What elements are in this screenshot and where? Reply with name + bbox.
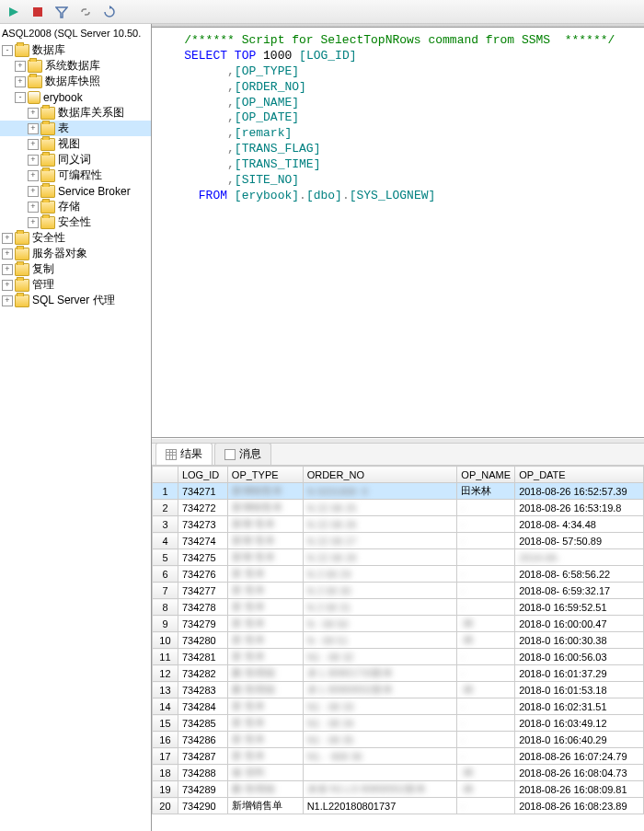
expand-icon[interactable]: +	[28, 108, 39, 119]
tree-item-label: 安全性	[32, 230, 65, 246]
column-header[interactable]: OP_DATE	[515, 467, 644, 483]
column-header[interactable]: OP_TYPE	[227, 467, 303, 483]
expand-icon[interactable]: +	[28, 186, 39, 197]
table-row[interactable]: 5734275新增 售单N 22 08 28·2018-08-	[153, 549, 644, 566]
table-row[interactable]: 12734282删 售明细未 L 80801733新单·2018-0 16:01…	[153, 665, 644, 682]
column-header[interactable]: LOG_ID	[178, 467, 227, 483]
link-icon[interactable]	[75, 2, 96, 22]
expand-icon[interactable]: +	[2, 264, 13, 275]
execute-icon[interactable]	[4, 2, 24, 22]
expand-icon[interactable]: +	[2, 233, 13, 244]
filter-icon[interactable]	[52, 2, 72, 22]
cell: ·	[457, 549, 515, 566]
expand-icon[interactable]: +	[28, 217, 39, 228]
tree-item-12[interactable]: +安全性	[0, 230, 151, 246]
table-row[interactable]: 1734271新增销售单N 9201808 ·9田米林2018-08-26 16…	[153, 483, 644, 500]
tree-item-16[interactable]: +SQL Server 代理	[0, 293, 151, 308]
table-row[interactable]: 11734281新 售单N1 · 08 32·2018-0 16:00:56.0…	[153, 649, 644, 665]
table-row[interactable]: 16734286新 售单N1 · 08 35·2018-0 16:06:40.2…	[153, 732, 644, 748]
column-header[interactable]: ORDER_NO	[303, 467, 457, 483]
cell: 734272	[178, 500, 227, 516]
stop-icon[interactable]	[28, 2, 48, 22]
tree-item-6[interactable]: +视图	[0, 136, 151, 152]
table-row[interactable]: 10734280新 售单N · 08 51·林2018-0 16:00:30.3…	[153, 632, 644, 649]
table-row[interactable]: 13734283删 售明细未 L 80800552新单·林2018-0 16:0…	[153, 682, 644, 698]
refresh-icon[interactable]	[99, 2, 120, 22]
folder-icon	[40, 122, 55, 135]
cell: 新 售单	[227, 616, 303, 632]
expand-icon[interactable]: +	[15, 61, 26, 72]
cell: 2018-0 16:59:52.51	[515, 599, 644, 616]
cell: 新 售单	[227, 715, 303, 732]
cell: 2018-08- 57:50.89	[515, 533, 644, 549]
table-row[interactable]: 18734288修 资料·林2018-08-26 16:08:04.73	[153, 765, 644, 781]
table-row[interactable]: 20734290新增销售单N1.L220180801737·2018-08-26…	[153, 798, 644, 814]
expand-icon[interactable]: +	[28, 202, 39, 213]
tree-item-7[interactable]: +同义词	[0, 152, 151, 167]
tree-item-1[interactable]: +系统数据库	[0, 58, 151, 74]
tree-item-5[interactable]: +表	[0, 121, 151, 136]
table-row[interactable]: 8734278新 售单N 2 08 31·2018-0 16:59:52.51	[153, 599, 644, 616]
tree-item-8[interactable]: +可编程性	[0, 167, 151, 183]
folder-icon	[15, 263, 29, 276]
sql-editor[interactable]: /****** Script for SelectTopNRows comman…	[152, 28, 644, 438]
table-row[interactable]: 4734274新增 售单N 22 08 27·2018-08- 57:50.89	[153, 533, 644, 549]
expand-icon[interactable]: +	[2, 248, 13, 260]
cell: 新 售单	[227, 583, 303, 599]
expand-icon[interactable]: +	[28, 155, 39, 166]
tab-results[interactable]: 结果	[155, 443, 213, 465]
cell: ·	[457, 698, 515, 715]
cell: 新 售单	[227, 748, 303, 765]
table-row[interactable]: 19734289删 售明细未保 N1.LS 80800552新单·林2018-0…	[153, 781, 644, 798]
cell: 2018-08-26 16:08:04.73	[515, 765, 644, 781]
table-row[interactable]: 9734279新 售单N · 08 50·林2018-0 16:00:00.47	[153, 616, 644, 632]
table-row[interactable]: 15734285新 售单N1 · 08 34·2018-0 16:03:49.1…	[153, 715, 644, 732]
tree-item-13[interactable]: +服务器对象	[0, 246, 151, 261]
tree-item-14[interactable]: +复制	[0, 261, 151, 277]
table-row[interactable]: 3734273新增 售单N 22 08 26·2018-08- 4:34.48	[153, 516, 644, 533]
table-row[interactable]: 6734276新 售单N 2 08 29·2018-08- 6:58:56.22	[153, 566, 644, 583]
cell: ·林	[457, 781, 515, 798]
tab-messages[interactable]: 消息	[214, 443, 271, 465]
cell: ·	[457, 533, 515, 549]
expand-icon[interactable]: +	[28, 123, 39, 134]
cell: 2018-0 16:00:00.47	[515, 616, 644, 632]
tree-item-10[interactable]: +存储	[0, 199, 151, 214]
tree-item-9[interactable]: +Service Broker	[0, 183, 151, 199]
expand-icon[interactable]: +	[2, 295, 13, 306]
tab-messages-label: 消息	[239, 446, 261, 462]
object-explorer: ASQL2008 (SQL Server 10.50. -数据库+系统数据库+数…	[0, 24, 152, 831]
tree-item-15[interactable]: +管理	[0, 277, 151, 293]
expand-icon[interactable]: +	[2, 280, 13, 291]
folder-icon	[15, 232, 29, 245]
expand-icon[interactable]: -	[2, 45, 13, 56]
cell: 734283	[178, 682, 227, 698]
expand-icon[interactable]: -	[15, 92, 26, 103]
table-row[interactable]: 14734284新 售单N1 · 08 33·2018-0 16:02:31.5…	[153, 698, 644, 715]
tree-item-2[interactable]: +数据库快照	[0, 74, 151, 89]
column-header[interactable]: OP_NAME	[457, 467, 515, 483]
column-header[interactable]	[153, 467, 178, 483]
folder-icon	[40, 169, 55, 182]
tree-item-3[interactable]: -erybook	[0, 89, 151, 105]
cell: 删 售明细	[227, 781, 303, 798]
tree-item-4[interactable]: +数据库关系图	[0, 105, 151, 121]
table-row[interactable]: 2734272新增销售单N 22 08 25·2018-08-26 16:53:…	[153, 500, 644, 516]
cell: N 22 08 25	[303, 500, 457, 516]
expand-icon[interactable]: +	[28, 139, 39, 150]
cell: 田米林	[457, 483, 515, 500]
folder-icon	[28, 75, 42, 88]
table-row[interactable]: 17734287新 售单N1. · 808 36·2018-08-26 16:0…	[153, 748, 644, 765]
cell: ·林	[457, 682, 515, 698]
cell: 734284	[178, 698, 227, 715]
cell: 2018-08- 6:59:32.17	[515, 583, 644, 599]
tree-item-0[interactable]: -数据库	[0, 42, 151, 58]
cell: N · 08 50	[303, 616, 457, 632]
cell: 新 售单	[227, 649, 303, 665]
table-row[interactable]: 7734277新 售单N 2 08 30·2018-08- 6:59:32.17	[153, 583, 644, 599]
expand-icon[interactable]: +	[28, 170, 39, 181]
cell: 734277	[178, 583, 227, 599]
expand-icon[interactable]: +	[15, 76, 26, 87]
results-grid-wrap[interactable]: LOG_IDOP_TYPEORDER_NOOP_NAMEOP_DATE 1734…	[152, 466, 644, 831]
tree-item-11[interactable]: +安全性	[0, 214, 151, 230]
